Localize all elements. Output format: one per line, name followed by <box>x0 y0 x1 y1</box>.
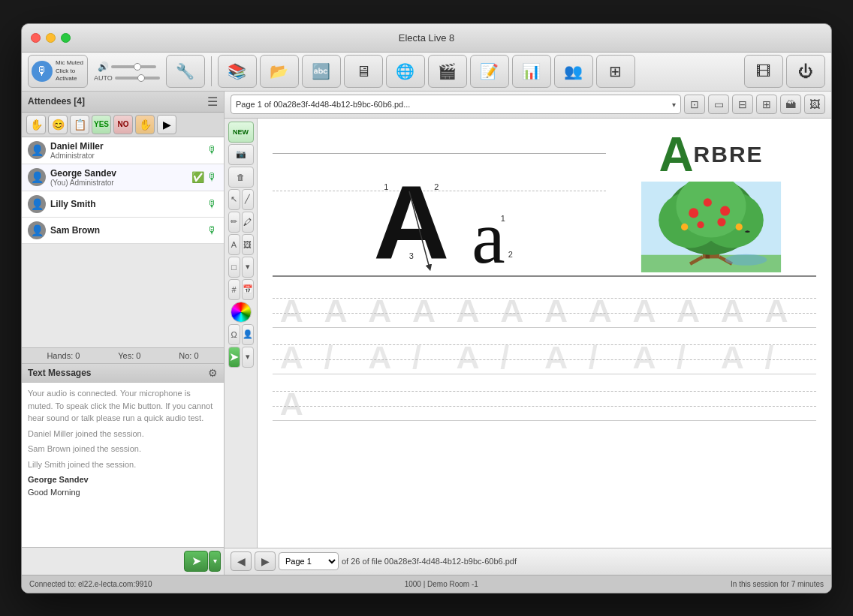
people-button[interactable]: 👥 <box>554 55 593 88</box>
counts-bar: Hands: 0 Yes: 0 No: 0 <box>22 347 224 364</box>
image-tool[interactable]: 🖼 <box>242 234 254 255</box>
raise-hand-button[interactable]: ✋ <box>26 115 46 134</box>
stamp-button[interactable]: 📋 <box>70 115 89 134</box>
color-tool[interactable] <box>231 302 252 323</box>
page-dropdown[interactable]: Page 1 <box>279 552 339 570</box>
yes-count: Yes: 0 <box>118 351 140 360</box>
person-tool[interactable]: 👤 <box>242 324 254 345</box>
svg-text:A: A <box>721 338 744 374</box>
settings-icon[interactable]: ⚙ <box>208 367 218 379</box>
svg-text:/: / <box>412 338 421 374</box>
settings-button[interactable]: 🔧 <box>166 55 205 88</box>
svg-text:A: A <box>721 292 744 327</box>
maximize-button[interactable] <box>61 33 71 43</box>
attendee-item[interactable]: 👤 Sam Brown 🎙 <box>22 218 224 244</box>
reaction-bar: ✋ 😊 📋 YES NO ✋ ▶ <box>22 113 224 137</box>
page-selector[interactable]: Page 1 of 00a28e3f-4d48-4b12-b9bc-60b6.p… <box>231 95 681 114</box>
bookshelf-button[interactable]: 📚 <box>218 55 257 88</box>
svg-text:A: A <box>765 292 788 327</box>
apps-button[interactable]: ⊞ <box>596 55 635 88</box>
globe-button[interactable]: 🌐 <box>386 55 425 88</box>
minimize-button[interactable] <box>46 33 56 43</box>
wrench-icon: 🔧 <box>176 64 194 79</box>
mic-status-icon: 🎙 <box>207 224 218 236</box>
auto-slider[interactable] <box>115 77 160 80</box>
no-button[interactable]: NO <box>113 115 133 134</box>
calendar-tool[interactable]: 📅 <box>242 279 254 300</box>
connection-status: Connected to: el22.e-lecta.com:9910 <box>29 580 152 588</box>
forward-dropdown[interactable]: ▾ <box>242 347 254 368</box>
attendees-header: Attendees [4] ☰ <box>22 92 224 113</box>
svg-text:A: A <box>368 292 391 327</box>
close-button[interactable] <box>31 33 41 43</box>
practice-letters-svg-3: A <box>273 376 816 421</box>
cursor-tool[interactable]: ↖ <box>228 189 240 210</box>
message-author: George Sandev <box>28 475 89 484</box>
traffic-lights <box>31 33 71 43</box>
new-slide-button[interactable]: NEW <box>228 122 254 143</box>
text-button[interactable]: 🔤 <box>302 55 341 88</box>
film-button[interactable]: 🎞 <box>744 55 783 88</box>
delete-button[interactable]: 🗑 <box>228 167 254 188</box>
monitor-button[interactable]: 🖥 <box>344 55 383 88</box>
people-icon: 👥 <box>564 64 583 79</box>
volume-control: 🔊 AUTO <box>94 62 160 82</box>
capture-button[interactable]: 📷 <box>228 144 254 165</box>
svg-text:A: A <box>589 292 612 327</box>
prev-page-button[interactable]: ◀ <box>231 551 252 571</box>
smiley-button[interactable]: 😊 <box>48 115 68 134</box>
next-page-button[interactable]: ▶ <box>255 551 276 571</box>
system-message: Your audio is connected. Your microphone… <box>28 387 218 425</box>
attendee-item[interactable]: 👤 Lilly Smith 🎙 <box>22 191 224 218</box>
forward-button[interactable]: ▶ <box>157 115 176 134</box>
raise-btn2[interactable]: ✋ <box>135 115 155 134</box>
avatar: 👤 <box>28 195 46 213</box>
yes-button[interactable]: YES <box>92 115 111 134</box>
forward-tool[interactable]: ➤ <box>228 347 240 368</box>
grid-tool[interactable]: # <box>228 279 240 300</box>
system-message: Lilly Smith joined the session. <box>28 458 218 471</box>
attendees-menu-icon[interactable]: ☰ <box>207 95 218 109</box>
highlighter-tool[interactable]: 🖍 <box>242 212 254 233</box>
send-dropdown[interactable]: ▾ <box>209 551 221 572</box>
text-icon: 🔤 <box>312 64 330 79</box>
text-tool[interactable]: A <box>228 234 240 255</box>
folder-button[interactable]: 📂 <box>260 55 299 88</box>
chart-button[interactable]: 📊 <box>512 55 551 88</box>
note-button[interactable]: 📝 <box>470 55 509 88</box>
no-count: No: 0 <box>179 351 198 360</box>
fit-page-button[interactable]: ⊡ <box>684 95 705 114</box>
svg-text:A: A <box>677 292 700 327</box>
big-green-a: A <box>659 131 693 179</box>
mic-button[interactable]: 🎙 Mic Muted Click to Activate <box>28 55 88 88</box>
power-icon: ⏻ <box>798 64 813 79</box>
practice-row-2: A / A / A / A / A / A / <box>273 329 816 374</box>
text-messages-title: Text Messages <box>28 368 92 378</box>
attendee-item[interactable]: 👤 Daniel Miller Administrator 🎙 <box>22 137 224 164</box>
titlebar: Electa Live 8 <box>22 24 831 53</box>
image-btn-2[interactable]: 🖼 <box>804 95 825 114</box>
view-btn-3[interactable]: ⊞ <box>756 95 777 114</box>
shape-dropdown[interactable]: ▾ <box>242 257 254 278</box>
pen-tool[interactable]: ✏ <box>228 212 240 233</box>
rect-tool[interactable]: □ <box>228 257 240 278</box>
svg-text:A: A <box>500 292 523 327</box>
svg-text:A: A <box>412 292 436 327</box>
line-tool[interactable]: ╱ <box>242 189 254 210</box>
image-btn-1[interactable]: 🏔 <box>780 95 801 114</box>
send-button[interactable]: ➤ <box>184 551 208 572</box>
svg-point-14 <box>720 206 730 215</box>
view-btn-1[interactable]: ▭ <box>708 95 729 114</box>
symbol-tool[interactable]: Ω <box>228 324 240 345</box>
system-message: Sam Brown joined the session. <box>28 443 218 455</box>
power-button[interactable]: ⏻ <box>786 55 825 88</box>
message-text: Good Morning <box>28 488 80 497</box>
svg-point-18 <box>681 223 688 230</box>
content-toolbar: Page 1 of 00a28e3f-4d48-4b12-b9bc-60b6.p… <box>225 92 831 119</box>
attendee-item[interactable]: 👤 George Sandev (You) Administrator ✅ 🎙 <box>22 164 224 191</box>
volume-slider[interactable] <box>111 65 156 68</box>
svg-text:/: / <box>500 338 509 374</box>
view-btn-2[interactable]: ⊟ <box>732 95 753 114</box>
arbre-section: A RBRE <box>606 131 816 275</box>
video-button[interactable]: 🎬 <box>428 55 467 88</box>
